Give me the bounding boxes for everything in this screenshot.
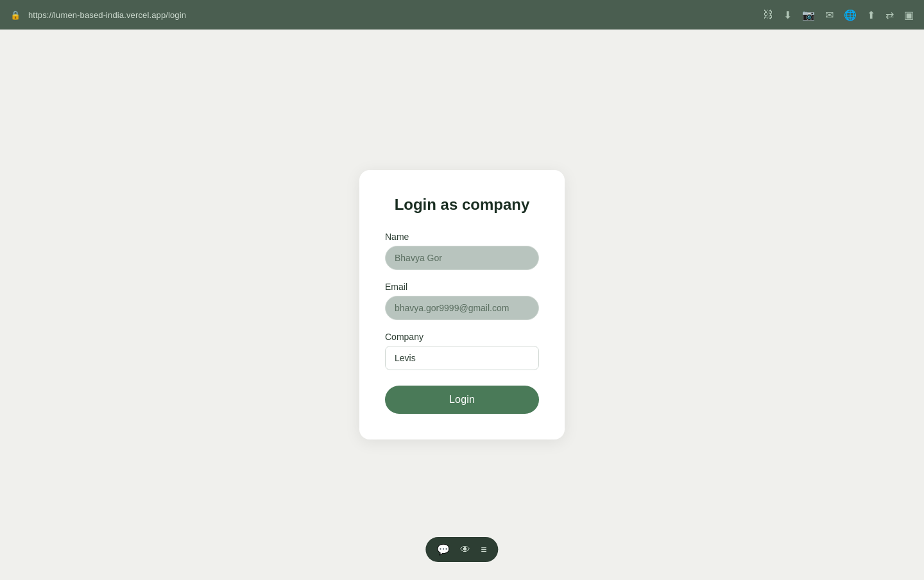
- sidebar-icon[interactable]: ▣: [904, 9, 914, 21]
- menu-icon[interactable]: ≡: [481, 544, 486, 556]
- url-bar: https://lumen-based-india.vercel.app/log…: [28, 10, 186, 20]
- email-label: Email: [385, 282, 539, 292]
- email-form-group: Email: [385, 282, 539, 320]
- browser-bar: 🔒 https://lumen-based-india.vercel.app/l…: [0, 0, 924, 30]
- eye-icon[interactable]: 👁: [460, 544, 470, 556]
- company-form-group: Company: [385, 332, 539, 370]
- link-icon[interactable]: ⛓: [763, 9, 773, 21]
- globe-icon[interactable]: 🌐: [844, 9, 857, 21]
- company-label: Company: [385, 332, 539, 342]
- name-input[interactable]: [385, 246, 539, 270]
- browser-actions: ⛓ ⬇ 📷 ✉ 🌐 ⬆ ⇄ ▣: [763, 9, 914, 21]
- nav-icon[interactable]: ⬆: [867, 9, 875, 21]
- camera-icon[interactable]: 📷: [802, 9, 815, 21]
- mail-icon[interactable]: ✉: [825, 9, 834, 21]
- bottom-toolbar: 💬 👁 ≡: [425, 537, 498, 562]
- login-card: Login as company Name Email Company Logi…: [359, 170, 565, 439]
- chat-icon[interactable]: 💬: [437, 543, 450, 556]
- login-title: Login as company: [385, 196, 539, 214]
- email-input[interactable]: [385, 296, 539, 320]
- arrows-icon[interactable]: ⇄: [886, 9, 894, 21]
- name-form-group: Name: [385, 232, 539, 270]
- lock-icon: 🔒: [10, 10, 21, 20]
- download-icon[interactable]: ⬇: [783, 9, 792, 21]
- company-input[interactable]: [385, 346, 539, 370]
- name-label: Name: [385, 232, 539, 242]
- page-content: Login as company Name Email Company Logi…: [0, 30, 924, 580]
- login-button[interactable]: Login: [385, 386, 539, 414]
